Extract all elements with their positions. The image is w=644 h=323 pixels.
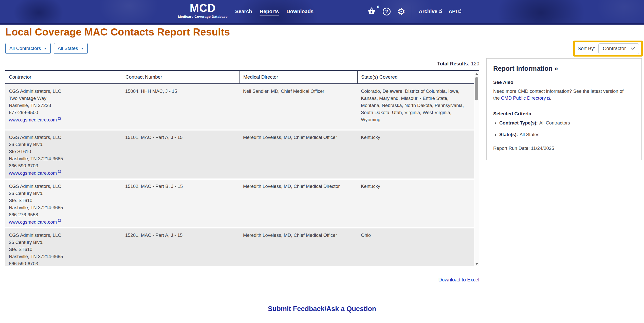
triangle-down-icon — [475, 263, 478, 265]
table-scrollbar[interactable] — [474, 71, 479, 266]
gear-icon[interactable]: ⚙ — [397, 7, 405, 16]
chevron-down-icon — [44, 48, 47, 49]
contractor-website-link[interactable]: www.cgsmedicare.com — [9, 116, 61, 123]
basket-icon — [367, 12, 376, 16]
table-row: CGS Administrators, LLC 26 Century Blvd.… — [5, 179, 474, 228]
report-information-panel: Report Information » See Also Need more … — [486, 58, 642, 160]
help-icon[interactable]: ? — [383, 8, 391, 15]
states-covered-cell: Ohio — [357, 228, 474, 266]
basket-count-badge: 0 — [377, 5, 379, 9]
sort-by-label: Sort By: — [578, 46, 595, 51]
api-link[interactable]: API — [449, 9, 462, 14]
selected-criteria-list: Contract Type(s):All Contractors State(s… — [499, 120, 635, 137]
chevron-down-icon — [631, 47, 635, 50]
logo-title: MCD — [177, 3, 228, 14]
contractor-website-link[interactable]: www.cgsmedicare.com — [9, 170, 61, 177]
table-header-row: Contractor Contract Number Medical Direc… — [5, 71, 474, 84]
download-to-excel-link[interactable]: Download to Excel — [438, 277, 479, 282]
contract-number-cell: 15004, HHH MAC, J - 15 — [122, 84, 240, 130]
see-also-heading: See Also — [493, 80, 635, 85]
cmd-public-directory-link[interactable]: CMD Public Directory — [501, 95, 550, 101]
archive-link[interactable]: Archive — [419, 9, 442, 14]
external-link-icon — [438, 8, 442, 14]
contractor-website-link[interactable]: www.cgsmedicare.com — [9, 219, 61, 226]
filter-bar: All Contractors All States — [5, 43, 88, 54]
contract-number-cell: 15201, MAC - Part A, J - 15 — [122, 228, 240, 266]
basket-button[interactable]: 0 — [367, 7, 376, 16]
medical-director-cell: Meredith Loveless, MD, Chief Medical Off… — [240, 228, 357, 266]
main-nav: Search Reports Downloads — [235, 0, 314, 23]
external-link-icon — [458, 8, 462, 14]
contractors-filter-dropdown[interactable]: All Contractors — [5, 43, 51, 54]
page-title: Local Coverage MAC Contacts Report Resul… — [5, 26, 230, 38]
table-row: CGS Administrators, LLC 26 Century Blvd.… — [5, 228, 474, 266]
contractor-cell: CGS Administrators, LLC 26 Century Blvd.… — [5, 228, 122, 266]
states-filter-dropdown[interactable]: All States — [54, 43, 88, 54]
external-link-icon — [58, 170, 61, 173]
report-run-date: Report Run Date: 11/24/2025 — [493, 146, 635, 151]
selected-criteria-heading: Selected Criteria — [493, 111, 635, 117]
contract-number-cell: 15102, MAC - Part B, J - 15 — [122, 179, 240, 228]
external-link-icon — [547, 96, 550, 100]
contract-number-cell: 15101, MAC - Part A, J - 15 — [122, 130, 240, 179]
submit-feedback-link[interactable]: Submit Feedback/Ask a Question — [268, 305, 376, 313]
header-utilities: 0 ? ⚙ Archive API — [367, 0, 462, 23]
scrollbar-up-arrow[interactable] — [474, 71, 479, 77]
medical-director-cell: Neil Sandler, MD, Chief Medical Officer — [240, 84, 357, 130]
external-link-icon — [58, 116, 61, 120]
nav-downloads[interactable]: Downloads — [286, 9, 314, 14]
table-row: CGS Administrators, LLC Two Vantage Way … — [5, 84, 474, 130]
report-information-heading[interactable]: Report Information » — [493, 65, 635, 73]
criteria-item: State(s):All States — [499, 132, 635, 137]
header-divider — [412, 5, 412, 18]
medical-director-cell: Meredith Loveless, MD, Chief Medical Off… — [240, 130, 357, 179]
triangle-up-icon — [475, 73, 478, 75]
site-header: MCD Medicare Coverage Database Search Re… — [0, 0, 644, 25]
column-header-contractor: Contractor — [5, 71, 122, 83]
page: MCD Medicare Coverage Database Search Re… — [0, 0, 644, 323]
external-link-icon — [58, 219, 61, 222]
states-covered-cell: Kentucky — [357, 130, 474, 179]
nav-search[interactable]: Search — [235, 9, 252, 14]
states-covered-cell: Colorado, Delaware, District of Columbia… — [357, 84, 474, 130]
results-table: Contractor Contract Number Medical Direc… — [5, 70, 479, 266]
total-results: Total Results:120 — [5, 61, 479, 67]
states-covered-cell: Kentucky — [357, 179, 474, 228]
nav-reports[interactable]: Reports — [260, 9, 279, 14]
feedback-row: Submit Feedback/Ask a Question — [0, 305, 644, 313]
column-header-states-covered: State(s) Covered — [357, 71, 474, 83]
table-row: CGS Administrators, LLC 26 Century Blvd.… — [5, 130, 474, 179]
medical-director-cell: Meredith Loveless, MD, Chief Medical Dir… — [240, 179, 357, 228]
chevron-down-icon — [81, 48, 84, 49]
scrollbar-thumb[interactable] — [475, 77, 478, 100]
download-row: Download to Excel — [5, 277, 479, 283]
column-header-medical-director: Medical Director — [240, 71, 357, 83]
column-header-contract-number: Contract Number — [122, 71, 240, 83]
contractor-cell: CGS Administrators, LLC 26 Century Blvd.… — [5, 130, 122, 179]
sort-by-select[interactable]: Contractor — [598, 43, 639, 54]
sort-by-highlight-box: Sort By: Contractor — [573, 41, 643, 57]
logo-subtitle: Medicare Coverage Database — [177, 15, 228, 19]
contractor-cell: CGS Administrators, LLC 26 Century Blvd.… — [5, 179, 122, 228]
site-logo[interactable]: MCD Medicare Coverage Database — [177, 3, 228, 19]
criteria-item: Contract Type(s):All Contractors — [499, 120, 635, 126]
see-also-text: Need more CMD contact information? See t… — [493, 88, 630, 101]
contractor-cell: CGS Administrators, LLC Two Vantage Way … — [5, 84, 122, 130]
scrollbar-down-arrow[interactable] — [474, 261, 479, 266]
